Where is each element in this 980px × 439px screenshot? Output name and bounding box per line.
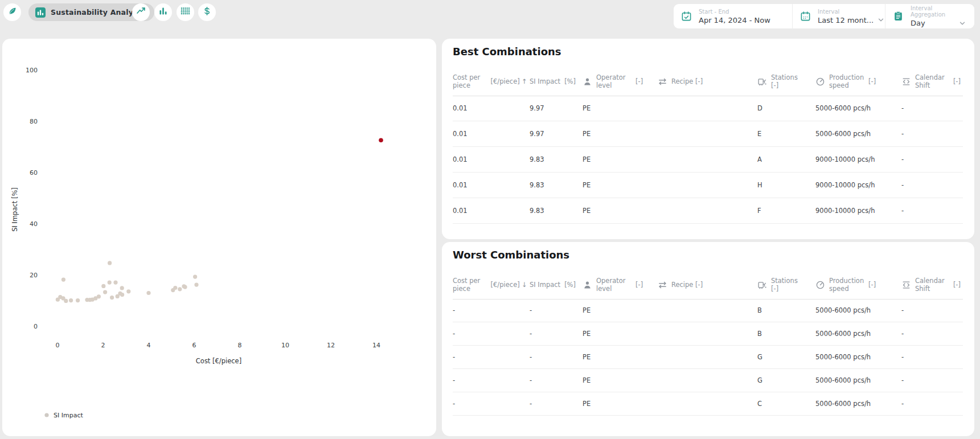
table-row[interactable]: --PEC5000-6000 pcs/h- — [453, 392, 963, 416]
grid-view-button[interactable] — [177, 3, 194, 21]
table-cell: E — [757, 130, 815, 138]
interval-aggregation-filter[interactable]: Interval Aggregation Day — [885, 4, 974, 28]
table-cell: - — [901, 207, 963, 215]
mini-bar-chart-icon — [35, 7, 46, 18]
clipboard-icon — [893, 11, 904, 22]
table-cell: - — [901, 155, 963, 163]
column-header-cost-per-piece[interactable]: Cost per piece[€/piece] ↓ — [453, 277, 530, 293]
table-cell: 9000-10000 pcs/h — [815, 155, 901, 163]
column-unit: [-] — [953, 77, 961, 85]
column-header-stations[interactable]: Stations [-] — [757, 277, 815, 293]
legend-si-impact[interactable]: SI Impact — [44, 412, 83, 419]
scatter-point — [64, 299, 68, 303]
station-icon — [757, 280, 767, 290]
table-cell: - — [901, 181, 963, 189]
table-row[interactable]: --PEB5000-6000 pcs/h- — [453, 299, 963, 322]
column-unit: [%] — [564, 77, 576, 85]
scatter-point — [103, 290, 107, 294]
person-icon — [583, 77, 592, 87]
table-cell: 5000-6000 pcs/h — [815, 353, 901, 361]
table-cell: - — [901, 400, 963, 408]
best-table-body: 0.019.97PED5000-6000 pcs/h-0.019.97PEE50… — [453, 96, 963, 224]
scatter-point — [101, 284, 105, 288]
table-cell: - — [901, 306, 963, 314]
scatter-point — [69, 298, 73, 302]
table-cell: 0.01 — [453, 207, 530, 215]
column-header-si-impact[interactable]: SI Impact[%] — [530, 281, 583, 289]
x-axis-title: Cost [€/piece] — [196, 357, 241, 365]
aggregation-label: Interval Aggregation — [911, 5, 969, 18]
column-header-recipe[interactable]: Recipe [-] — [658, 77, 757, 87]
column-header-operator-level[interactable]: Operator level[-] — [583, 277, 658, 293]
leaf-icon — [7, 6, 17, 18]
y-tick-label: 100 — [26, 67, 38, 74]
column-header-calendar-shift[interactable]: Calendar Shift[-] — [901, 277, 963, 293]
column-header-production-speed[interactable]: Production speed[-] — [815, 73, 901, 90]
table-row[interactable]: 0.019.97PEE5000-6000 pcs/h- — [453, 121, 963, 147]
trend-line-icon — [136, 6, 146, 18]
table-cell: 0.01 — [453, 155, 530, 163]
table-cell: G — [757, 353, 815, 361]
calendar-icon — [800, 11, 811, 22]
swap-icon — [658, 77, 667, 87]
column-header-production-speed[interactable]: Production speed[-] — [815, 277, 901, 293]
table-row[interactable]: 0.019.97PED5000-6000 pcs/h- — [453, 96, 963, 121]
column-header-operator-level[interactable]: Operator level[-] — [583, 73, 658, 90]
calendar-shift-icon — [901, 77, 911, 87]
column-header-stations[interactable]: Stations [-] — [757, 73, 815, 90]
column-unit: [%] — [564, 281, 576, 289]
start-end-filter[interactable]: Start - End Apr 14, 2024 - Now — [674, 4, 792, 28]
scatter-point — [108, 261, 112, 265]
table-cell: - — [530, 400, 583, 408]
table-cell: - — [530, 330, 583, 338]
table-cell: PE — [583, 181, 658, 189]
table-row[interactable]: 0.019.83PEH9000-10000 pcs/h- — [453, 173, 963, 198]
column-header-calendar-shift[interactable]: Calendar Shift[-] — [901, 73, 963, 90]
table-cell: - — [901, 104, 963, 112]
scatter-point — [110, 296, 114, 299]
table-cell: - — [901, 330, 963, 338]
table-cell: 9.83 — [530, 155, 583, 163]
best-table-header: Cost per piece[€/piece] ↑SI Impact[%]Ope… — [453, 67, 963, 96]
column-label: Stations [-] — [771, 73, 806, 90]
interval-value: Last 12 mont... — [818, 16, 874, 24]
column-unit: [-] — [635, 281, 643, 289]
scatter-chart: 02040608010002468101214Cost [€/piece]SI … — [2, 39, 436, 436]
station-icon — [757, 77, 767, 87]
y-tick-label: 40 — [30, 220, 38, 228]
table-row[interactable]: --PEG5000-6000 pcs/h- — [453, 369, 963, 392]
x-tick-label: 8 — [238, 342, 242, 349]
table-cell: 9.97 — [530, 130, 583, 138]
x-tick-label: 12 — [327, 342, 335, 349]
table-cell: PE — [583, 353, 658, 361]
table-row[interactable]: 0.019.83PEA9000-10000 pcs/h- — [453, 147, 963, 173]
table-row[interactable]: --PEG5000-6000 pcs/h- — [453, 346, 963, 369]
table-cell: 5000-6000 pcs/h — [815, 104, 901, 112]
bar-chart-button[interactable] — [154, 3, 172, 21]
cost-button[interactable] — [198, 3, 216, 21]
trend-line-button[interactable] — [132, 3, 150, 21]
table-cell: - — [453, 353, 530, 361]
scatter-point — [173, 286, 177, 290]
table-row[interactable]: 0.019.83PEF9000-10000 pcs/h- — [453, 198, 963, 224]
column-header-si-impact[interactable]: SI Impact[%] — [530, 77, 583, 85]
leaf-button[interactable] — [3, 3, 21, 21]
table-cell: B — [757, 330, 815, 338]
x-tick-label: 10 — [281, 342, 289, 349]
scatter-point — [120, 293, 124, 297]
table-row[interactable]: --PEB5000-6000 pcs/h- — [453, 322, 963, 346]
table-cell: PE — [583, 155, 658, 163]
scatter-point — [193, 275, 197, 279]
gauge-icon — [815, 280, 825, 290]
column-header-cost-per-piece[interactable]: Cost per piece[€/piece] ↑ — [453, 73, 530, 90]
table-cell: 9000-10000 pcs/h — [815, 207, 901, 215]
column-label: Production speed — [829, 277, 864, 293]
x-tick-label: 2 — [101, 342, 105, 349]
column-unit: [-] — [953, 281, 961, 289]
column-header-recipe[interactable]: Recipe [-] — [658, 280, 757, 290]
scatter-point — [126, 289, 130, 293]
interval-filter[interactable]: Interval Last 12 mont... — [792, 4, 885, 28]
column-unit-sorted: [€/piece] ↑ — [491, 77, 527, 85]
scatter-point — [108, 281, 112, 285]
column-label: Operator level — [596, 277, 632, 293]
